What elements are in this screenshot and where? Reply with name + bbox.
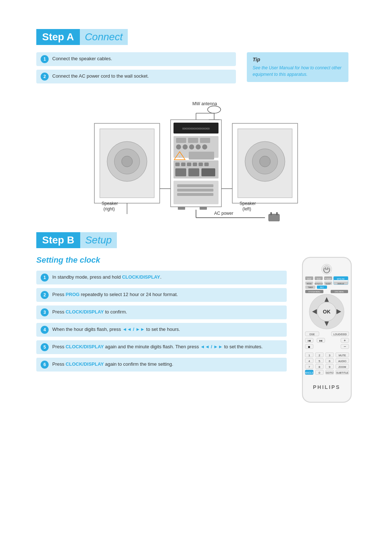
- svg-text:00000000000000000: 00000000000000000: [182, 127, 210, 130]
- tip-text: See the User Manual for how to connect o…: [253, 65, 343, 78]
- step-num-1: 1: [41, 55, 49, 63]
- svg-rect-35: [201, 168, 215, 176]
- svg-text:9: 9: [328, 365, 330, 369]
- svg-rect-55: [269, 214, 279, 221]
- svg-text:LOUD/DDD: LOUD/DDD: [333, 333, 347, 336]
- svg-text:OK: OK: [323, 309, 330, 315]
- svg-rect-57: [276, 212, 278, 215]
- tip-box: Tip See the User Manual for how to conne…: [247, 52, 348, 82]
- step-b-section: Step B Setup Setting the clock 1 In stan…: [36, 232, 356, 408]
- svg-rect-18: [176, 144, 181, 149]
- step-b-italic: Setup: [80, 232, 117, 248]
- svg-text:+: +: [344, 338, 346, 342]
- step-a-top: 1 Connect the speaker cables. 2 Connect …: [36, 52, 356, 87]
- svg-text:DVD: DVD: [317, 278, 320, 280]
- svg-rect-40: [178, 207, 185, 210]
- clock-num-5: 5: [41, 343, 49, 351]
- svg-text:MP3LINK: MP3LINK: [337, 278, 345, 280]
- svg-rect-30: [193, 163, 197, 166]
- page: Step A Connect 1 Connect the speaker cab…: [0, 0, 392, 554]
- svg-text:!: !: [179, 156, 180, 158]
- svg-text:AC power: AC power: [214, 211, 233, 216]
- instruction-text-1: Connect the speaker cables.: [52, 55, 112, 62]
- svg-rect-33: [175, 168, 186, 176]
- svg-text:2: 2: [318, 354, 320, 357]
- svg-text:⏮: ⏮: [307, 339, 311, 342]
- setting-clock-title: Setting the clock: [36, 255, 287, 265]
- svg-rect-16: [188, 138, 198, 143]
- svg-text:AUDIO: AUDIO: [338, 360, 346, 362]
- svg-rect-31: [199, 163, 203, 166]
- svg-text:3: 3: [328, 354, 330, 357]
- svg-text:REC: REC: [320, 286, 324, 288]
- svg-text:⏹: ⏹: [308, 345, 311, 349]
- svg-text:MW antenna: MW antenna: [192, 101, 217, 106]
- svg-text:SLEEP: SLEEP: [325, 283, 331, 285]
- svg-text:0: 0: [318, 371, 320, 374]
- svg-rect-25: [189, 152, 214, 160]
- step-b-instructions: Setting the clock 1 In standby mode, pre…: [36, 255, 287, 375]
- clock-num-3: 3: [41, 308, 49, 316]
- clock-num-1: 1: [41, 274, 49, 282]
- clock-text-4: When the hour digits flash, press ◄◄ / ►…: [52, 326, 180, 333]
- svg-rect-15: [176, 138, 186, 143]
- svg-rect-19: [183, 144, 188, 149]
- svg-text:8: 8: [318, 365, 320, 369]
- clock-num-4: 4: [41, 326, 49, 334]
- clock-step-6: 6 Press CLOCK/DISPLAY again to confirm t…: [36, 358, 287, 372]
- clock-num-2: 2: [41, 291, 49, 299]
- svg-text:GOTO: GOTO: [326, 372, 333, 374]
- step-a-header: Step A Connect: [36, 29, 356, 45]
- tip-title: Tip: [253, 57, 343, 62]
- step-b-content: Setting the clock 1 In standby mode, pre…: [36, 255, 356, 408]
- svg-text:7: 7: [308, 365, 310, 369]
- svg-text:1: 1: [308, 354, 310, 357]
- svg-text:(left): (left): [242, 206, 251, 212]
- svg-point-1: [208, 106, 221, 113]
- svg-rect-34: [188, 168, 199, 176]
- instruction-row-2: 2 Connect the AC power cord to the wall …: [36, 70, 236, 83]
- step-b-header: Step B Setup: [36, 232, 356, 248]
- diagram-svg: MW antenna Speaker (right) 000: [36, 98, 356, 221]
- svg-rect-17: [200, 138, 210, 143]
- svg-text:SUBTITLE: SUBTITLE: [336, 372, 348, 374]
- clock-num-6: 6: [41, 361, 49, 369]
- svg-rect-37: [177, 184, 213, 187]
- instruction-text-2: Connect the AC power cord to the wall so…: [52, 73, 149, 80]
- clock-text-3: Press CLOCK/DISPLAY to confirm.: [52, 308, 127, 316]
- svg-text:PHILIPS: PHILIPS: [313, 384, 340, 390]
- clock-text-5: Press CLOCK/DISPLAY again and the minute…: [52, 343, 263, 350]
- svg-text:ANGLE: ANGLE: [305, 372, 314, 374]
- svg-text:ZOOM: ZOOM: [338, 366, 346, 368]
- clock-text-1: In standby mode, press and hold CLOCK/DI…: [52, 274, 162, 281]
- clock-step-4: 4 When the hour digits flash, press ◄◄ /…: [36, 323, 287, 337]
- svg-rect-22: [202, 144, 207, 149]
- instruction-row-1: 1 Connect the speaker cables.: [36, 52, 236, 66]
- svg-rect-20: [189, 144, 194, 149]
- svg-text:−: −: [343, 344, 346, 349]
- clock-step-3: 3 Press CLOCK/DISPLAY to confirm.: [36, 305, 287, 319]
- svg-rect-39: [177, 193, 213, 196]
- svg-text:REPEAT A-B: REPEAT A-B: [314, 283, 323, 285]
- svg-rect-36: [173, 181, 219, 204]
- clock-text-2: Press PROG repeatedly to select 12 hour …: [52, 291, 178, 298]
- svg-text:SYSTEM MENU: SYSTEM MENU: [308, 291, 320, 293]
- svg-text:5: 5: [318, 360, 320, 363]
- connection-diagram: MW antenna Speaker (right) 000: [73, 98, 319, 221]
- svg-text:MODE: MODE: [307, 283, 312, 285]
- svg-rect-28: [181, 163, 185, 166]
- svg-text:6: 6: [328, 360, 330, 363]
- svg-rect-32: [204, 163, 209, 166]
- svg-rect-21: [196, 144, 201, 149]
- remote-control: DVD DVD TUNER MP3LINK MODE REPEAT A-B: [298, 255, 356, 408]
- svg-point-46: [260, 156, 270, 167]
- diagram-area: MW antenna Speaker (right) 000: [36, 98, 356, 221]
- svg-rect-27: [175, 163, 180, 166]
- remote-container: DVD DVD TUNER MP3LINK MODE REPEAT A-B: [298, 255, 356, 408]
- clock-step-2: 2 Press PROG repeatedly to select 12 hou…: [36, 288, 287, 302]
- svg-text:Speaker: Speaker: [102, 201, 118, 206]
- svg-rect-41: [200, 207, 207, 210]
- svg-text:TIMER: TIMER: [308, 287, 313, 288]
- svg-text:MUTE: MUTE: [339, 354, 346, 357]
- step-b-label: Step B: [36, 232, 80, 248]
